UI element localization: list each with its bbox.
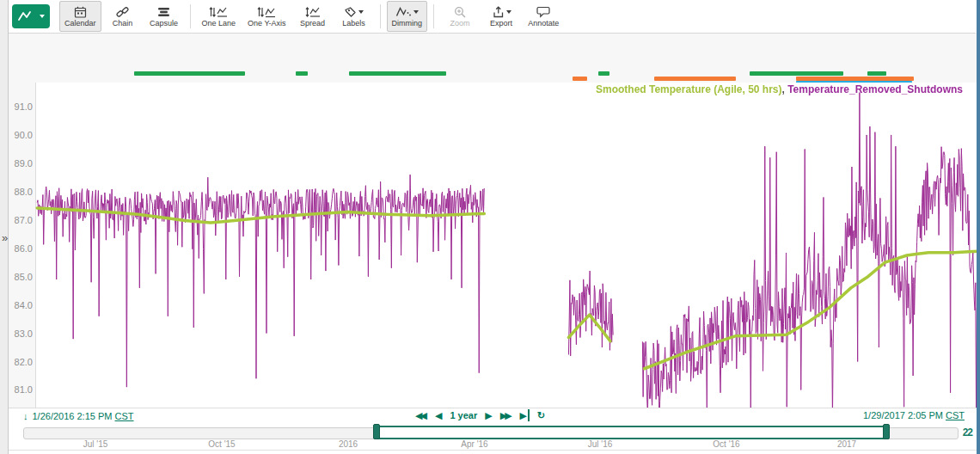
toolbar-separator	[433, 4, 434, 28]
expand-panel-icon[interactable]: »	[2, 232, 8, 243]
caret-down-icon	[40, 15, 45, 18]
y-axis-tick-label: 84.0	[9, 300, 33, 310]
scrollbar-right-handle[interactable]	[883, 424, 890, 439]
export-button[interactable]: Export	[481, 1, 521, 32]
dimming-button[interactable]: Dimming	[387, 1, 428, 32]
panel-splitter[interactable]	[977, 0, 980, 454]
trend-workbench: { "colors":{ "purple":"#9d2c93","smooth_…	[0, 0, 980, 454]
range-start: ↓ 1/26/2016 2:15 PM CST	[23, 410, 134, 422]
scrollbar-time-label: 2016	[318, 439, 378, 449]
y-axis-tick-label: 85.0	[9, 272, 33, 282]
labels-icon	[344, 5, 364, 18]
step-back-half-icon[interactable]: ◀	[435, 409, 442, 421]
step-forward-half-icon[interactable]: ▶	[485, 409, 492, 421]
range-start-date: 1/26/2016 2:15 PM	[33, 411, 113, 421]
range-duration-label[interactable]: 1 year	[450, 410, 477, 420]
y-axis-tick-label: 86.0	[9, 243, 33, 254]
legend-raw-series[interactable]: Temperature_Removed_Shutdowns	[787, 83, 963, 95]
capsule-green-bar	[134, 71, 245, 76]
y-axis-tick-label: 90.0	[9, 130, 33, 140]
toolbar-button-label: Chain	[113, 19, 133, 28]
trend-chart-canvas[interactable]	[35, 83, 980, 424]
caret-down-icon	[413, 10, 419, 14]
range-start-datetime[interactable]: 1/26/2016 2:15 PM CST	[33, 411, 134, 421]
range-end-datetime[interactable]: 1/29/2017 2:05 PM CST	[863, 410, 965, 420]
toolbar-button-label: Capsule	[150, 19, 178, 28]
capsule-green-bar	[349, 71, 447, 76]
toolbar-button-label: Annotate	[528, 19, 559, 28]
scrollbar-time-label: Jul '16	[570, 439, 630, 449]
chart-panel: 91.090.089.088.087.086.085.084.083.082.0…	[9, 33, 977, 408]
display-range-bar: ↓ 1/26/2016 2:15 PM CST ◀◀ ◀ 1 year ▶ ▶▶…	[0, 408, 977, 425]
capsule-green-bar	[750, 71, 843, 76]
time-scrollbar-region: Jul '15Oct '152016Apr '16Jul '16Oct '162…	[0, 423, 977, 451]
capsule-green-bar	[598, 71, 609, 76]
time-scrollbar-selected-range[interactable]	[376, 426, 889, 439]
investigate-start-icon[interactable]: ↓	[23, 410, 28, 422]
toolbar-button-label: Spread	[300, 19, 325, 28]
zoom-icon	[454, 5, 467, 18]
y-axis-tick-label: 87.0	[9, 215, 33, 225]
range-end-timezone[interactable]: CST	[946, 410, 965, 420]
calendar-button[interactable]: Calendar	[59, 1, 101, 32]
y-axis-tick-label: 91.0	[9, 101, 33, 112]
y-axis-tick-label: 88.0	[9, 187, 33, 197]
scrollbar-time-label: 2017	[817, 439, 877, 449]
toolbar-button-label: Export	[490, 19, 512, 28]
range-end: 1/29/2017 2:05 PM CST	[863, 410, 965, 420]
capsule-green-bar	[296, 71, 308, 76]
calendar-icon	[74, 5, 87, 18]
legend-smoothed-series[interactable]: Smoothed Temperature (Agile, 50 hrs)	[596, 83, 782, 95]
y-axis-tick-label: 83.0	[9, 328, 33, 339]
dimming-icon	[395, 5, 419, 18]
capsule-orange-bar	[573, 77, 588, 81]
scrollbar-left-handle[interactable]	[373, 424, 380, 439]
capsule-orange-bar	[654, 77, 737, 81]
annotate-button[interactable]: Annotate	[523, 1, 564, 32]
scrollbar-time-label: Oct '15	[192, 439, 252, 449]
export-icon	[492, 5, 511, 18]
chain-button[interactable]: Chain	[103, 1, 143, 32]
chain-icon	[116, 5, 129, 18]
step-to-now-icon[interactable]: ▶	[520, 409, 530, 421]
scrollbar-time-label: Oct '16	[696, 439, 756, 449]
step-back-full-icon[interactable]: ◀◀	[415, 409, 427, 421]
y-axis-tick-label: 89.0	[9, 158, 33, 169]
zoom-button: Zoom	[440, 1, 480, 32]
chart-legend: Smoothed Temperature (Agile, 50 hrs), Te…	[596, 83, 963, 95]
trend-view-button[interactable]	[12, 4, 50, 28]
collapsed-left-panel[interactable]	[0, 0, 9, 454]
trend-icon	[17, 10, 45, 23]
spread-icon	[305, 5, 321, 18]
one-yaxis-icon	[257, 5, 276, 18]
one-y-axis-button[interactable]: One Y-Axis	[242, 1, 291, 32]
capsule-button[interactable]: Capsule	[144, 1, 184, 32]
range-start-timezone[interactable]: CST	[115, 411, 134, 421]
scrollbar-calendar-icon[interactable]: 22	[963, 426, 972, 439]
labels-button[interactable]: Labels	[334, 1, 374, 32]
one-lane-button[interactable]: One Lane	[197, 1, 242, 32]
y-axis-tick-label: 82.0	[9, 357, 33, 367]
capsule-icon	[157, 5, 170, 18]
toolbar-separator	[380, 4, 381, 28]
toolbar-button-label: One Lane	[202, 19, 236, 28]
caret-down-icon	[358, 10, 364, 14]
capsule-orange-bar	[796, 77, 914, 81]
spread-button[interactable]: Spread	[293, 1, 333, 32]
toolbar-button-label: Labels	[342, 19, 365, 28]
range-navigation: ◀◀ ◀ 1 year ▶ ▶▶ ▶ ↻	[415, 409, 545, 421]
step-forward-full-icon[interactable]: ▶▶	[500, 409, 512, 421]
toolbar-button-label: Dimming	[392, 19, 423, 28]
auto-update-icon[interactable]: ↻	[537, 409, 545, 421]
y-axis-tick-label: 81.0	[9, 384, 33, 395]
annotate-icon	[536, 5, 550, 18]
one-lane-icon	[209, 5, 228, 18]
scrollbar-time-label: Apr '16	[444, 439, 505, 449]
toolbar-button-label: One Y-Axis	[248, 19, 286, 28]
toolbar-separator	[190, 4, 191, 28]
capsule-green-bar	[867, 71, 886, 76]
toolbar-button-label: Zoom	[450, 19, 470, 28]
caret-down-icon	[506, 10, 511, 14]
toolbar-button-label: Calendar	[64, 19, 96, 28]
trend-toolbar: CalendarChainCapsuleOne LaneOne Y-AxisSp…	[9, 0, 976, 34]
